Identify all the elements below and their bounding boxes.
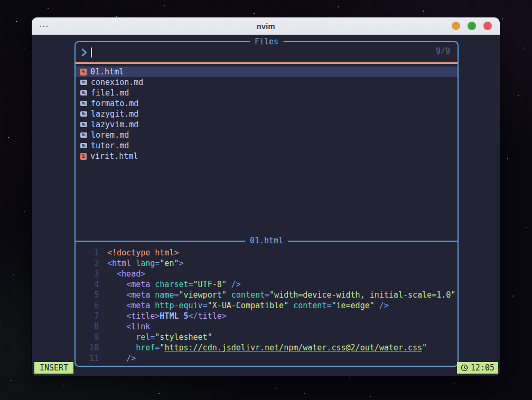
file-name: 01.html [90, 67, 124, 77]
file-list-item[interactable]: M↓lorem.md [76, 130, 458, 140]
file-name: file1.md [91, 88, 129, 98]
file-name: lazygit.md [91, 109, 138, 119]
file-list-item[interactable]: 501.html [76, 66, 458, 77]
markdown-icon: M↓ [80, 122, 87, 127]
file-list-item[interactable]: M↓conexion.md [76, 77, 458, 88]
window-button-minimize[interactable] [452, 22, 460, 30]
result-counter: 9/9 [436, 46, 450, 56]
code-line: 8 <link [76, 321, 456, 332]
desktop: { "window": { "title": "nvim", "menu_ico… [0, 0, 532, 400]
code-line: 11 /> [76, 353, 456, 364]
markdown-icon: M↓ [80, 132, 87, 138]
line-number: 7 [76, 311, 107, 321]
code-line: 2<html lang="en"> [76, 258, 456, 269]
line-number: 11 [76, 353, 107, 364]
markdown-icon: M↓ [80, 111, 87, 117]
markdown-icon: M↓ [80, 143, 87, 148]
line-number: 2 [76, 258, 107, 269]
file-list-item[interactable]: M↓lazygit.md [76, 109, 458, 119]
line-number: 4 [76, 279, 107, 290]
file-name: virit.html [90, 151, 138, 161]
terminal-window: ⋯ nvim Files 9/9 501.htmlM↓conexion.mdM↓… [32, 17, 500, 376]
code-line: 4 <meta charset="UTF-8" /> [76, 279, 456, 290]
preview-code: 1<!doctype html>2<html lang="en">3 <head… [76, 247, 456, 365]
line-number: 5 [76, 290, 107, 300]
text-cursor [91, 47, 92, 58]
clock-icon [461, 364, 468, 372]
line-number: 10 [76, 342, 107, 353]
clock-time: 12:05 [471, 363, 494, 373]
prompt-chevron-icon [81, 48, 87, 57]
code-line: 5 <meta name="viewport" content="width=d… [76, 290, 456, 300]
line-number: 8 [76, 321, 107, 332]
code-line: 9 rel="stylesheet" [76, 332, 456, 342]
markdown-icon: M↓ [80, 90, 87, 96]
window-button-maximize[interactable] [468, 22, 476, 30]
window-menu-icon[interactable]: ⋯ [39, 22, 48, 31]
prompt-separator [76, 62, 458, 64]
terminal-content: Files 9/9 501.htmlM↓conexion.mdM↓file1.m… [32, 35, 500, 376]
markdown-icon: M↓ [80, 101, 87, 106]
line-number: 6 [76, 300, 107, 311]
markdown-icon: M↓ [80, 80, 87, 85]
clock-badge: 12:05 [457, 362, 498, 374]
code-line: 7 <title>HTML 5</title> [76, 311, 456, 321]
file-list-item[interactable]: M↓formato.md [76, 98, 458, 109]
file-name: tutor.md [91, 141, 129, 150]
titlebar[interactable]: ⋯ nvim [32, 17, 500, 35]
preview-divider: 01.html [76, 241, 458, 242]
file-list: 501.htmlM↓conexion.mdM↓file1.mdM↓formato… [76, 66, 458, 161]
code-line: 1<!doctype html> [76, 247, 456, 258]
code-line: 6 <meta http-equiv="X-UA-Compatible" con… [76, 300, 456, 311]
file-name: formato.md [91, 99, 138, 108]
starfield-wallpaper [0, 0, 1, 1]
window-title: nvim [32, 22, 500, 31]
file-list-item[interactable]: M↓tutor.md [76, 140, 458, 151]
file-name: conexion.md [91, 78, 143, 87]
file-list-item[interactable]: 5virit.html [76, 151, 458, 161]
line-number: 9 [76, 332, 107, 342]
file-list-item[interactable]: M↓file1.md [76, 88, 458, 98]
code-line: 3 <head> [76, 269, 456, 279]
file-name: lazyvim.md [91, 120, 138, 129]
mode-badge: INSERT [34, 362, 73, 374]
file-name: lorem.md [91, 130, 129, 140]
code-line: 10 href="https://cdn.jsdelivr.net/npm/wa… [76, 342, 456, 353]
html-icon: 5 [80, 153, 87, 160]
line-number: 3 [76, 269, 107, 279]
picker-prompt-input[interactable] [76, 42, 458, 62]
line-number: 1 [76, 247, 107, 258]
preview-title: 01.html [245, 235, 288, 246]
window-button-close[interactable] [483, 22, 492, 30]
file-list-item[interactable]: M↓lazyvim.md [76, 119, 458, 130]
html-icon: 5 [80, 69, 87, 75]
files-picker: Files 9/9 501.htmlM↓conexion.mdM↓file1.m… [74, 41, 459, 367]
window-controls [452, 22, 492, 30]
